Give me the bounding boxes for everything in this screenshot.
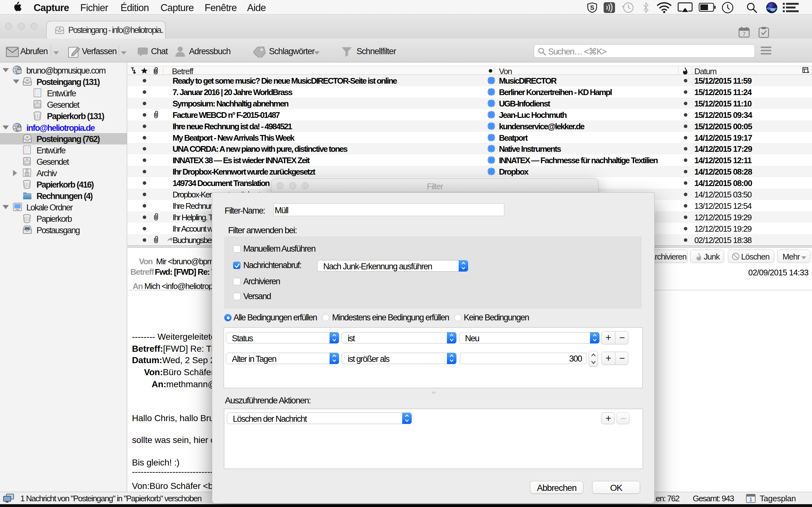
svg-text:7: 7 [743,31,745,37]
svg-text:S: S [590,4,594,11]
svg-text:1: 1 [750,497,752,502]
